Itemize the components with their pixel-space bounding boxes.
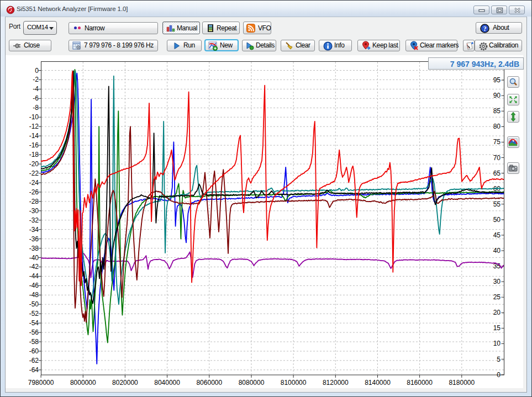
svg-text:-56: -56	[29, 329, 39, 336]
svg-text:-14: -14	[29, 132, 39, 140]
svg-text:-44: -44	[29, 272, 39, 280]
svg-text:-52: -52	[29, 310, 39, 317]
svg-text:-4: -4	[33, 85, 39, 93]
svg-text:-28: -28	[29, 198, 39, 205]
svg-text:8000000: 8000000	[70, 379, 96, 387]
svg-text:-8: -8	[33, 104, 39, 112]
svg-text:95: 95	[493, 76, 501, 84]
svg-text:20: 20	[493, 309, 501, 316]
svg-text:-20: -20	[29, 160, 39, 168]
svg-text:-18: -18	[29, 151, 39, 158]
svg-text:-24: -24	[29, 179, 39, 187]
svg-text:-26: -26	[29, 188, 39, 196]
svg-text:7980000: 7980000	[28, 379, 54, 387]
svg-text:40: 40	[493, 247, 501, 255]
svg-text:-34: -34	[29, 226, 39, 234]
svg-text:-6: -6	[33, 94, 39, 102]
svg-text:8160000: 8160000	[407, 379, 433, 387]
svg-text:-60: -60	[29, 347, 39, 355]
svg-text:-62: -62	[29, 357, 39, 364]
svg-text:-22: -22	[29, 170, 39, 177]
svg-text:0: 0	[497, 371, 501, 379]
svg-text:55: 55	[493, 200, 501, 208]
svg-text:-46: -46	[29, 282, 39, 289]
svg-text:65: 65	[493, 170, 501, 177]
svg-text:90: 90	[493, 92, 501, 99]
svg-text:-64: -64	[29, 366, 39, 374]
svg-text:8020000: 8020000	[112, 379, 138, 387]
svg-text:15: 15	[493, 324, 501, 332]
svg-text:25: 25	[493, 293, 501, 301]
svg-text:10: 10	[493, 340, 501, 347]
svg-text:-10: -10	[29, 113, 39, 121]
svg-text:-38: -38	[29, 245, 39, 252]
svg-text:8080000: 8080000	[239, 379, 265, 387]
svg-text:-40: -40	[29, 254, 39, 262]
svg-text:-50: -50	[29, 300, 39, 308]
svg-text:80: 80	[493, 123, 501, 130]
svg-text:8180000: 8180000	[449, 379, 475, 387]
svg-text:0: 0	[35, 67, 39, 75]
svg-text:-16: -16	[29, 141, 39, 149]
svg-text:30: 30	[493, 278, 501, 285]
svg-text:-32: -32	[29, 216, 39, 224]
svg-text:75: 75	[493, 138, 501, 146]
svg-text:8120000: 8120000	[323, 379, 349, 387]
svg-text:70: 70	[493, 154, 501, 162]
svg-text:50: 50	[493, 216, 501, 224]
svg-text:-54: -54	[29, 319, 39, 327]
svg-text:-36: -36	[29, 235, 39, 243]
svg-text:8060000: 8060000	[196, 379, 222, 387]
svg-text:45: 45	[493, 231, 501, 239]
svg-text:8100000: 8100000	[281, 379, 307, 387]
svg-text:-42: -42	[29, 263, 39, 271]
svg-text:5: 5	[497, 356, 501, 363]
svg-text:-48: -48	[29, 291, 39, 299]
svg-text:-12: -12	[29, 123, 39, 130]
svg-text:-2: -2	[33, 76, 39, 83]
svg-text:-30: -30	[29, 207, 39, 215]
svg-text:?: ?	[483, 25, 487, 33]
svg-text:85: 85	[493, 107, 501, 115]
svg-text:8040000: 8040000	[154, 379, 180, 387]
svg-text:8140000: 8140000	[365, 379, 391, 387]
svg-text:-58: -58	[29, 338, 39, 346]
